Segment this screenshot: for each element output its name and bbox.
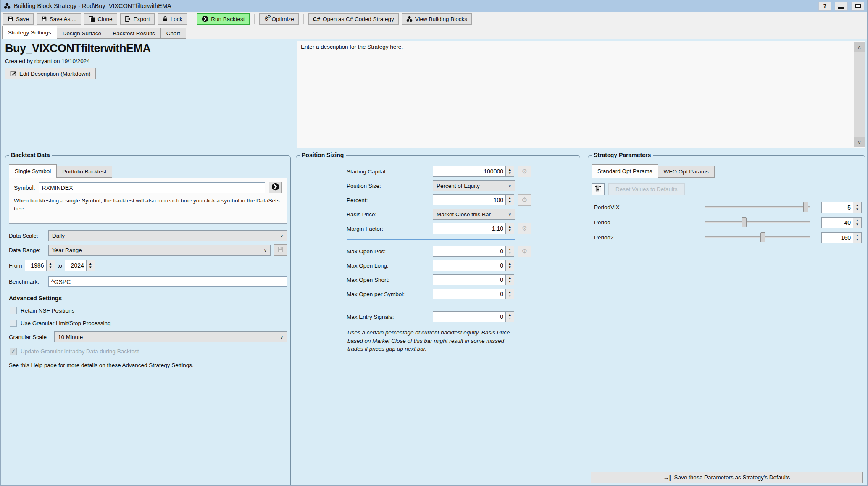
save-data-range-button[interactable]: [274, 244, 287, 256]
from-year-stepper[interactable]: 1986 ▲▼: [25, 260, 55, 271]
param-period-stepper[interactable]: 40 ▲▼: [821, 217, 862, 228]
starting-capital-stepper[interactable]: 100000 ▲▼: [433, 166, 514, 177]
max-open-pos-gear-button[interactable]: ⚙: [518, 246, 531, 257]
spin-down-icon[interactable]: ▼: [508, 280, 512, 284]
help-button[interactable]: ?: [818, 2, 831, 11]
edit-description-button[interactable]: Edit Description (Markdown): [5, 68, 96, 79]
param-period2-slider[interactable]: [705, 232, 810, 243]
param-period-slider[interactable]: [705, 217, 810, 228]
spin-down-icon[interactable]: ▼: [49, 265, 52, 269]
scroll-down-icon[interactable]: ∨: [854, 137, 865, 147]
help-page-link[interactable]: Help page: [31, 362, 57, 368]
granular-scale-select[interactable]: 10 Minute ∨: [54, 331, 287, 342]
to-year-input[interactable]: 2024: [65, 260, 87, 271]
percent-input[interactable]: 100: [433, 194, 506, 205]
spinner-arrows[interactable]: ▲▼: [506, 311, 514, 322]
optimize-button[interactable]: ⚙⚙ Optimize: [259, 13, 298, 25]
basis-price-select[interactable]: Market Close this Bar ∨: [433, 209, 515, 220]
spinner-arrows[interactable]: ▲▼: [506, 166, 514, 177]
spin-down-icon[interactable]: ▼: [856, 238, 859, 242]
starting-capital-input[interactable]: 100000: [433, 166, 506, 177]
slider-thumb[interactable]: [803, 202, 808, 212]
spinner-arrows[interactable]: ▲▼: [47, 260, 55, 271]
export-button[interactable]: Export: [120, 13, 155, 25]
save-button[interactable]: Save: [3, 13, 34, 25]
granular-limit-stop-checkbox[interactable]: [10, 320, 17, 327]
run-backtest-button[interactable]: Run Backtest: [197, 13, 250, 25]
spin-down-icon[interactable]: ▼: [856, 223, 859, 226]
spin-up-icon[interactable]: ▲: [508, 225, 512, 229]
spin-up-icon[interactable]: ▲: [508, 196, 512, 200]
margin-factor-gear-button[interactable]: ⚙: [518, 223, 531, 234]
spin-up-icon[interactable]: ▲: [49, 262, 52, 265]
to-year-stepper[interactable]: 2024 ▲▼: [65, 260, 95, 271]
spinner-arrows[interactable]: ▲▼: [87, 260, 95, 271]
retain-nsf-checkbox[interactable]: [10, 307, 17, 314]
max-open-pos-stepper[interactable]: 0 ▲▼: [433, 246, 514, 257]
data-range-select[interactable]: Year Range ∨: [48, 245, 271, 256]
spinner-arrows[interactable]: ▲▼: [506, 246, 514, 257]
tab-design-surface[interactable]: Design Surface: [57, 28, 107, 39]
tune-parameters-button[interactable]: [592, 183, 605, 195]
tab-portfolio-backtest[interactable]: Portfolio Backtest: [56, 166, 112, 178]
percent-gear-button[interactable]: ⚙: [518, 194, 531, 206]
description-scrollbar[interactable]: ∧ ∨: [854, 42, 865, 147]
view-building-blocks-button[interactable]: View Building Blocks: [402, 13, 472, 25]
spinner-arrows[interactable]: ▲▼: [506, 260, 514, 271]
spin-down-icon[interactable]: ▼: [508, 171, 512, 175]
spin-down-icon[interactable]: ▼: [89, 265, 92, 269]
open-csharp-button[interactable]: C# Open as C# Coded Strategy: [308, 13, 399, 25]
tab-standard-opt-params[interactable]: Standard Opt Params: [592, 164, 658, 178]
spinner-arrows[interactable]: ▲▼: [506, 289, 514, 299]
tab-single-symbol[interactable]: Single Symbol: [9, 164, 57, 178]
tab-strategy-settings[interactable]: Strategy Settings: [2, 26, 57, 39]
description-textarea[interactable]: Enter a description for the Strategy her…: [297, 41, 865, 148]
position-size-select[interactable]: Percent of Equity ∨: [433, 180, 515, 191]
spin-up-icon[interactable]: ▲: [856, 203, 859, 207]
spinner-arrows[interactable]: ▲▼: [506, 223, 514, 234]
spin-up-icon[interactable]: ▲: [508, 168, 512, 171]
percent-stepper[interactable]: 100 ▲▼: [433, 194, 514, 205]
max-open-per-symbol-stepper[interactable]: 0 ▲▼: [433, 289, 514, 299]
spin-up-icon[interactable]: ▲: [508, 290, 512, 294]
max-open-per-symbol-input[interactable]: 0: [433, 289, 506, 299]
spin-up-icon[interactable]: ▲: [856, 234, 859, 237]
param-periodvix-slider[interactable]: [705, 202, 810, 213]
clone-button[interactable]: Clone: [84, 13, 117, 25]
param-periodvix-stepper[interactable]: 5 ▲▼: [821, 202, 862, 213]
spinner-arrows[interactable]: ▲▼: [853, 217, 862, 228]
param-period2-stepper[interactable]: 160 ▲▼: [821, 232, 862, 243]
spinner-arrows[interactable]: ▲▼: [853, 232, 862, 243]
tab-backtest-results[interactable]: Backtest Results: [107, 28, 161, 39]
margin-factor-input[interactable]: 1.10: [433, 223, 506, 234]
spin-up-icon[interactable]: ▲: [508, 247, 512, 251]
param-periodvix-input[interactable]: 5: [821, 202, 853, 213]
datasets-link[interactable]: DataSets: [256, 197, 280, 204]
max-entry-signals-stepper[interactable]: 0 ▲▼: [433, 311, 514, 322]
max-open-short-input[interactable]: 0: [433, 274, 506, 285]
maximize-button[interactable]: [851, 2, 864, 11]
symbol-input[interactable]: RXMINDEX: [39, 182, 265, 193]
max-open-long-stepper[interactable]: 0 ▲▼: [433, 260, 514, 271]
tab-chart[interactable]: Chart: [160, 28, 186, 39]
spin-up-icon[interactable]: ▲: [508, 313, 512, 317]
spin-up-icon[interactable]: ▲: [856, 218, 859, 222]
param-period-input[interactable]: 40: [821, 217, 853, 228]
slider-thumb[interactable]: [742, 217, 747, 227]
symbol-go-button[interactable]: [269, 182, 282, 193]
from-year-input[interactable]: 1986: [25, 260, 47, 271]
spinner-arrows[interactable]: ▲▼: [506, 194, 514, 205]
spin-down-icon[interactable]: ▼: [856, 208, 859, 211]
spin-down-icon[interactable]: ▼: [508, 265, 512, 269]
lock-button[interactable]: Lock: [158, 13, 187, 25]
max-open-long-input[interactable]: 0: [433, 260, 506, 271]
max-entry-signals-input[interactable]: 0: [433, 311, 506, 322]
spin-down-icon[interactable]: ▼: [508, 229, 512, 232]
margin-factor-stepper[interactable]: 1.10 ▲▼: [433, 223, 514, 234]
save-defaults-button[interactable]: →| Save these Parameters as Strategy's D…: [591, 472, 863, 483]
tab-wfo-opt-params[interactable]: WFO Opt Params: [658, 166, 715, 178]
spinner-arrows[interactable]: ▲▼: [506, 274, 514, 285]
data-scale-select[interactable]: Daily ∨: [48, 230, 287, 241]
spin-down-icon[interactable]: ▼: [508, 200, 512, 204]
spin-up-icon[interactable]: ▲: [89, 262, 92, 265]
